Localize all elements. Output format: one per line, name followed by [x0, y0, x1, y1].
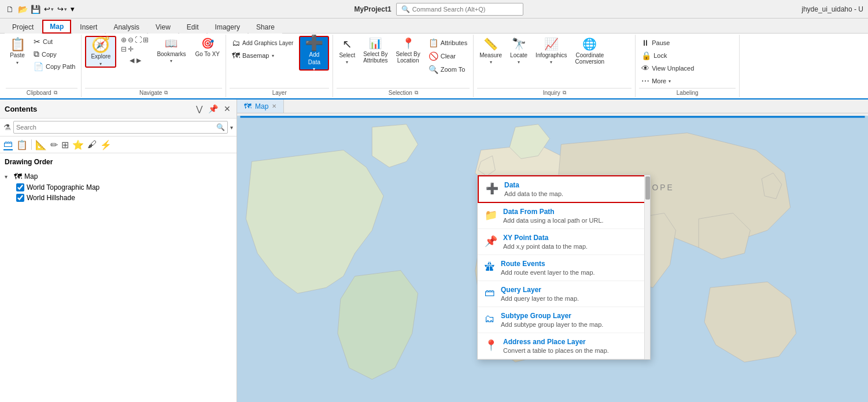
zoom-in-icon[interactable]: ⊕ [121, 36, 127, 44]
select-caret: ▾ [346, 60, 348, 65]
tab-imagery[interactable]: Imagery [208, 20, 248, 34]
measure-button[interactable]: 📏 Measure ▾ [477, 36, 504, 68]
command-search-input[interactable] [412, 6, 516, 13]
attributes-icon: 📋 [429, 38, 438, 47]
map-tab[interactable]: 🗺 Map ✕ [237, 99, 284, 113]
infographics-button[interactable]: 📈 Infographics ▾ [533, 36, 569, 68]
selection-group-content: ↖ Select ▾ 📊 Select ByAttributes 📍 Selec… [337, 36, 470, 87]
paste-button[interactable]: 📋 Paste ▾ [6, 36, 29, 68]
selection-group-label[interactable]: Selection ⧉ [337, 88, 470, 96]
pin-sidebar-icon[interactable]: 📌 [207, 103, 219, 115]
add-data-menu-item-query[interactable]: 🗃 Query Layer Add query layer to the map… [478, 281, 650, 307]
sidebar-search-input[interactable] [16, 124, 216, 131]
back-nav-icon[interactable]: ◀ [130, 57, 134, 64]
explore-button[interactable]: 🧭 Explore ▾ [85, 36, 116, 68]
attributes-button[interactable]: 📋 Attributes [426, 37, 470, 49]
locate-button[interactable]: 🔭 Locate ▾ [508, 36, 530, 68]
layer-group-label[interactable]: Layer [230, 88, 329, 96]
cut-button[interactable]: ✂ Cut [31, 36, 77, 47]
new-file-icon[interactable]: 🗋 [5, 4, 15, 14]
clipboard-group-label[interactable]: Clipboard ⧉ [6, 88, 77, 96]
add-data-button[interactable]: ➕ Add Data ▾ [299, 36, 329, 71]
pan-icon[interactable]: ✛ [128, 45, 134, 53]
sidebar-search-box[interactable]: 🔍 [13, 121, 228, 134]
data-menu-icon: ➕ [486, 182, 498, 195]
grid-filter-icon[interactable]: ⊞ [61, 139, 69, 150]
tab-insert[interactable]: Insert [72, 20, 105, 34]
goto-xy-button[interactable]: 🎯 Go To XY [193, 36, 222, 58]
save-icon[interactable]: 💾 [30, 4, 40, 14]
redo-button[interactable]: ↪▾ [56, 3, 68, 14]
fixed-zoom-out-icon[interactable]: ⊟ [121, 45, 127, 53]
lock-button[interactable]: 🔒 Lock [639, 50, 696, 61]
labeling-group-label[interactable]: Labeling [639, 88, 736, 96]
select-by-attributes-icon: 📊 [369, 37, 382, 50]
add-data-menu-item-address[interactable]: 📍 Address and Place Layer Convert a tabl… [478, 333, 650, 359]
more-icon: ⋯ [641, 76, 649, 86]
standalone-table-filter-icon[interactable]: 📋 [16, 139, 28, 150]
select-by-attributes-button[interactable]: 📊 Select ByAttributes [361, 36, 390, 68]
zoom-out-icon[interactable]: ⊖ [128, 36, 134, 44]
tab-view[interactable]: View [148, 20, 178, 34]
add-data-menu-item-route[interactable]: 🛣 Route Events Add route event layer to … [478, 255, 650, 281]
dropdown-scrollbar[interactable] [644, 175, 650, 359]
tab-share[interactable]: Share [249, 20, 282, 34]
feature-layer-filter-icon[interactable]: 🗃 [3, 139, 13, 150]
clear-button[interactable]: 🚫 Clear [426, 50, 470, 62]
undo-button[interactable]: ↩▾ [43, 3, 55, 14]
customize-quick-access[interactable]: ▾ [69, 3, 76, 14]
add-data-menu-item-xy[interactable]: 📌 XY Point Data Add x,y point data to th… [478, 229, 650, 255]
add-data-menu-item-subtype[interactable]: 🗂 Subtype Group Layer Add subtype group … [478, 307, 650, 333]
world-hillshade-checkbox[interactable] [16, 194, 24, 202]
paint-filter-icon[interactable]: 🖌 [87, 139, 97, 150]
select-button[interactable]: ↖ Select ▾ [337, 36, 357, 68]
full-extent-icon[interactable]: ⛶ [135, 36, 142, 44]
lightning-filter-icon[interactable]: ⚡ [100, 139, 112, 150]
view-unplaced-button[interactable]: 👁 View Unplaced [639, 62, 696, 74]
view-icon[interactable]: 📐 [35, 139, 47, 150]
address-place-icon: 📍 [485, 339, 497, 352]
open-icon[interactable]: 📂 [17, 4, 28, 14]
copy-path-button[interactable]: 📄 Copy Path [31, 61, 77, 72]
basemap-button[interactable]: 🗺 Basemap ▾ [230, 50, 296, 61]
clipboard-expand-icon: ⧉ [54, 90, 57, 96]
world-topo-checkbox[interactable] [16, 183, 24, 191]
zoom-to-button[interactable]: 🔍 Zoom To [426, 64, 470, 75]
map-tab-close[interactable]: ✕ [272, 103, 276, 109]
inquiry-group-label[interactable]: Inquiry ⧉ [477, 88, 631, 96]
subtype-group-content: Subtype Group Layer Add subtype group la… [501, 312, 603, 328]
search-options-caret[interactable]: ▾ [230, 124, 233, 131]
fixed-zoom-in-icon[interactable]: ⊞ [143, 36, 149, 44]
world-topo-item[interactable]: World Topographic Map [16, 182, 232, 193]
navigate-group-label[interactable]: Navigate ⧉ [85, 88, 222, 96]
tab-map[interactable]: Map [42, 20, 71, 34]
star-filter-icon[interactable]: ⭐ [72, 139, 84, 150]
filter-icon[interactable]: ⚗ [3, 123, 11, 132]
forward-nav-icon[interactable]: ▶ [136, 57, 141, 64]
selection-group: ↖ Select ▾ 📊 Select ByAttributes 📍 Selec… [333, 35, 474, 97]
command-search-box[interactable]: 🔍 [396, 3, 523, 16]
contents-panel: Contents ⋁ 📌 ✕ ⚗ 🔍 ▾ 🗃 📋 📐 ✏ ⊞ ⭐ 🖌 ⚡ [0, 99, 237, 402]
select-icon: ↖ [342, 37, 352, 51]
more-button[interactable]: ⋯ More ▾ [639, 75, 696, 87]
collapse-sidebar-icon[interactable]: ⋁ [195, 103, 204, 115]
undo-redo-group: ↩▾ ↪▾ ▾ [43, 3, 76, 14]
bookmarks-button[interactable]: 📖 Bookmarks ▾ [154, 36, 188, 65]
add-data-menu-item-data[interactable]: ➕ Data Add data to the map. [478, 175, 650, 203]
selection-expand-icon: ⧉ [415, 90, 418, 96]
add-data-menu-item-from-path[interactable]: 📁 Data From Path Add data using a local … [478, 203, 650, 229]
tab-analysis[interactable]: Analysis [106, 20, 147, 34]
add-data-label2: Data [308, 59, 320, 65]
map-tree-item[interactable]: ▾ 🗺 Map [5, 171, 232, 182]
coordinate-conversion-button[interactable]: 🌐 CoordinateConversion [573, 36, 607, 68]
close-sidebar-icon[interactable]: ✕ [223, 103, 232, 115]
pause-button[interactable]: ⏸ Pause [639, 37, 696, 49]
add-graphics-layer-button[interactable]: 🗂 Add Graphics Layer [230, 37, 296, 49]
tab-edit[interactable]: Edit [179, 20, 206, 34]
select-by-location-button[interactable]: 📍 Select ByLocation [393, 36, 422, 68]
map-expand-arrow[interactable]: ▾ [5, 174, 12, 180]
pencil-icon[interactable]: ✏ [50, 139, 58, 150]
copy-button[interactable]: ⧉ Copy [31, 48, 77, 60]
world-hillshade-item[interactable]: World Hillshade [16, 193, 232, 203]
tab-project[interactable]: Project [5, 20, 41, 34]
